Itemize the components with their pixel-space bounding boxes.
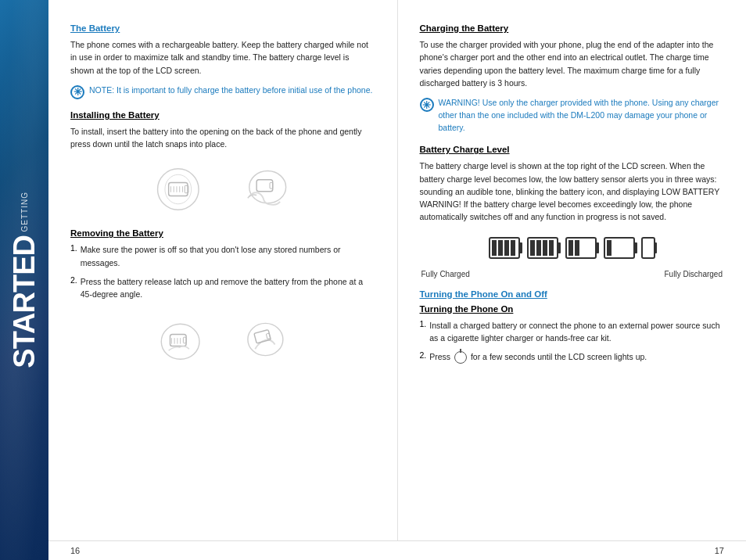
page-right: Charging the Battery To use the charger … [398,0,747,540]
battery-body: The phone comes with a rechargeable batt… [70,38,375,77]
sidebar: GETTING STARTED [0,0,48,560]
charge-level-svg [486,232,658,267]
svg-rect-23 [519,242,522,253]
turning-on-content-2: Press for a few seconds until the LCD sc… [429,350,647,364]
charging-body: To use the charger provided with your ph… [420,38,725,89]
battery-section: The Battery The phone comes with a recha… [70,23,375,99]
charge-level-section: Battery Charge Level The battery charge … [420,145,725,278]
fully-discharged-label: Fully Discharged [665,270,723,278]
sidebar-text: GETTING STARTED [9,192,39,368]
svg-rect-10 [256,180,273,192]
svg-rect-41 [642,238,655,258]
svg-rect-20 [254,330,271,344]
svg-rect-35 [596,242,599,253]
charge-diagram-labels: Fully Charged Fully Discharged [420,270,725,278]
page-numbers: 16 17 [48,540,746,560]
star-icon: ✳ [74,87,82,97]
turning-title: Turning the Phone On and Off [420,289,725,299]
svg-rect-37 [575,240,579,256]
installing-section: Installing the Battery To install, inser… [70,110,375,217]
battery-remove-sketch-1 [152,312,211,367]
list-content-2: Press the battery release latch up and r… [81,275,375,301]
svg-rect-33 [549,240,554,256]
turning-section: Turning the Phone On and Off Turning the… [420,289,725,364]
turning-on-num-2: 2. [420,350,427,364]
list-num-1: 1. [70,243,77,269]
turning-on-item-1: 1. Install a charged battery or connect … [420,319,725,345]
svg-rect-36 [568,240,573,256]
charge-level-body: The battery charge level is shown at the… [420,160,725,223]
svg-rect-29 [558,242,561,253]
removing-list-item-1: 1. Make sure the power is off so that yo… [70,243,375,269]
sidebar-started-label: STARTED [9,235,39,368]
svg-rect-25 [498,240,503,256]
installing-image-area [70,162,375,217]
removing-section: Removing the Battery 1. Make sure the po… [70,228,375,367]
svg-point-9 [249,171,286,203]
warning-text: WARNING! Use only the charger provided w… [439,97,725,134]
svg-rect-27 [511,240,515,256]
battery-insert-sketch-1 [152,162,211,217]
installing-title: Installing the Battery [70,110,375,120]
removing-list-item-2: 2. Press the battery release latch up an… [70,275,375,301]
removing-title: Removing the Battery [70,228,375,238]
svg-rect-30 [530,240,535,256]
note-box: ✳ NOTE: It is important to fully charge … [70,84,375,99]
svg-rect-31 [536,240,541,256]
removing-image-area [70,312,375,367]
main-content: The Battery The phone comes with a recha… [48,0,746,560]
svg-rect-39 [634,242,637,253]
battery-insert-sketch-2 [235,162,293,217]
charge-level-title: Battery Charge Level [420,145,725,154]
page-number-left: 16 [70,546,80,555]
fully-charged-label: Fully Charged [421,270,470,278]
page-left: The Battery The phone comes with a recha… [48,0,398,540]
charge-diagram [420,232,725,267]
svg-rect-42 [655,242,657,253]
list-content-1: Make sure the power is off so that you d… [81,243,375,269]
svg-rect-13 [170,335,186,346]
charging-title: Charging the Battery [420,23,725,33]
note-icon: ✳ [70,85,84,99]
warning-icon: ✳ [420,98,434,112]
pages-container: The Battery The phone comes with a recha… [48,0,746,540]
note-text: NOTE: It is important to fully charge th… [89,84,372,97]
charging-section: Charging the Battery To use the charger … [420,23,725,134]
svg-rect-24 [492,240,497,256]
list-num-2: 2. [70,275,77,301]
svg-rect-32 [543,240,547,256]
sidebar-getting-label: GETTING [20,192,29,232]
turning-on-num-1: 1. [420,319,427,345]
turning-on-content-1: Install a charged battery or connect the… [429,319,724,345]
battery-title: The Battery [70,23,375,33]
svg-rect-26 [504,240,509,256]
svg-rect-40 [607,240,612,256]
installing-body: To install, insert the battery into the … [70,125,375,151]
warning-box: ✳ WARNING! Use only the charger provided… [420,97,725,134]
page-number-right: 17 [715,546,724,555]
turning-on-title: Turning the Phone On [420,304,725,314]
warning-star-icon: ✳ [422,100,431,110]
turning-on-item-2: 2. Press for a few seconds until the LCD… [420,350,725,364]
battery-remove-sketch-2 [235,312,293,367]
